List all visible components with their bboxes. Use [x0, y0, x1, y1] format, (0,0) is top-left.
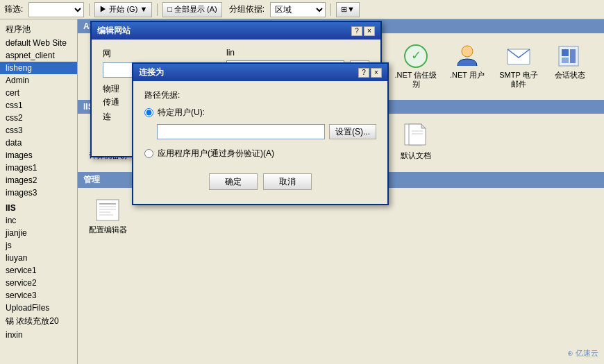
lin-label: lin: [226, 48, 344, 58]
path-cred-label: 路径凭据:: [144, 89, 376, 101]
modal-overlay: 编辑网站 ? × 网 lin C:\ ... 物理 传通 连: [0, 0, 604, 364]
set-button[interactable]: 设置(S)...: [329, 124, 376, 139]
connect-as-title-bar: 连接为 ? ×: [133, 64, 387, 81]
app-user-radio[interactable]: [144, 149, 153, 158]
specific-user-row: 特定用户(U):: [144, 107, 376, 119]
connect-as-close-btn[interactable]: ×: [371, 68, 382, 78]
connect-as-title-buttons: ? ×: [358, 68, 382, 78]
specific-user-radio[interactable]: [144, 108, 153, 117]
connect-as-buttons: 确定 取消: [144, 168, 376, 196]
specific-user-label: 特定用户(U):: [158, 107, 205, 119]
app-user-row: 应用程序用户(通过身份验证)(A): [144, 148, 376, 159]
edit-site-close-btn[interactable]: ×: [364, 26, 375, 36]
app-user-label: 应用程序用户(通过身份验证)(A): [158, 148, 274, 159]
connect-as-title-text: 连接为: [139, 67, 164, 78]
edit-site-help-btn[interactable]: ?: [351, 26, 362, 36]
network-label: 网: [103, 48, 221, 60]
dialog-connect-as: 连接为 ? × 路径凭据: 特定用户(U): 设置(S)... 应用程序用户(通…: [132, 62, 389, 205]
specific-user-input[interactable]: [157, 124, 325, 139]
connect-as-body: 路径凭据: 特定用户(U): 设置(S)... 应用程序用户(通过身份验证)(A…: [133, 81, 387, 204]
edit-site-title-text: 编辑网站: [97, 25, 131, 37]
connect-as-ok-btn[interactable]: 确定: [209, 173, 258, 190]
user-input-row: 设置(S)...: [157, 124, 376, 139]
connect-as-help-btn[interactable]: ?: [358, 68, 369, 78]
edit-site-title-bar: 编辑网站 ? ×: [92, 22, 380, 40]
edit-site-title-buttons: ? ×: [351, 26, 375, 36]
connect-as-cancel-btn[interactable]: 取消: [263, 173, 312, 190]
